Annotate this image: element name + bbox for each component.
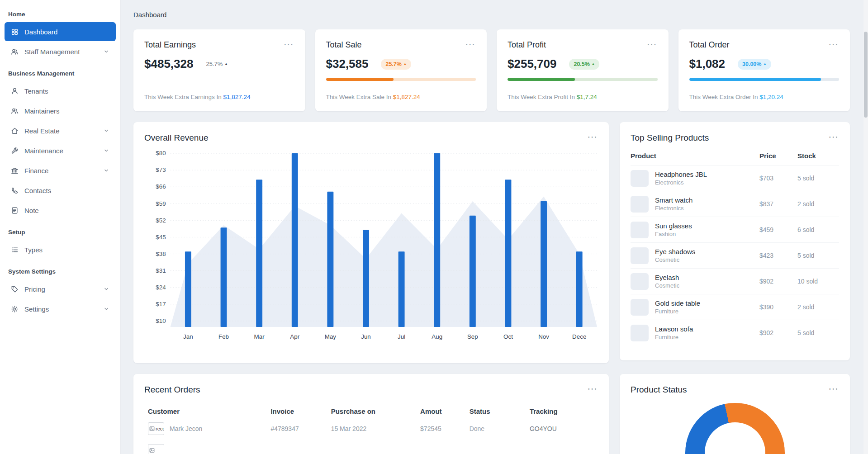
y-axis-tick: $66 [156,184,166,190]
x-axis-label: Jan [183,334,193,340]
x-axis-label: Mar [254,334,265,340]
chevron-down-icon [103,167,109,174]
orders-column-header: Amout [420,407,470,415]
scrollbar-thumb[interactable] [864,32,868,118]
revenue-bar-oct [505,180,512,327]
revenue-bar-jan [185,251,191,327]
types-icon [11,246,19,254]
stat-cards-row: Total Earnings⋯$485,32825.7% ▲This Week … [133,29,850,111]
orders-column-header: Status [470,407,530,415]
product-stock: 2 sold [797,200,839,208]
sidebar-item-staff-management[interactable]: Staff Management [5,42,116,61]
sidebar-item-label: Types [24,246,43,254]
more-menu-icon[interactable]: ⋯ [464,40,476,48]
sidebar-item-label: Note [24,207,39,214]
more-menu-icon[interactable]: ⋯ [827,133,839,141]
stat-badge: 20.5% ▲ [569,59,599,70]
broken-image-icon [149,426,155,431]
revenue-bar-jul [398,251,405,327]
more-menu-icon[interactable]: ⋯ [283,40,294,48]
image-alt-text: rece [156,426,164,431]
more-menu-icon[interactable]: ⋯ [586,133,598,141]
caret-up-icon: ▲ [591,62,595,66]
sidebar-item-label: Dashboard [24,28,57,36]
product-row-smart-watch: Smart watchElectronics$8372 sold [631,191,839,217]
y-axis-tick: $17 [156,301,166,307]
chevron-down-icon [103,128,109,134]
product-thumbnail [631,299,649,316]
bottom-row: Recent Orders ⋯ CustomerInvoicePusrchase… [133,374,850,454]
product-category: Electronics [655,205,693,212]
product-name: Headphones JBL [655,170,707,178]
scrollbar[interactable] [863,0,868,454]
product-status-title: Product Status [631,385,687,395]
revenue-bar-apr [292,153,298,327]
stat-progress-bar [508,78,658,81]
sidebar-section-title-setup: Setup [0,221,120,239]
y-axis-tick: $38 [156,251,166,257]
sidebar-item-maintenance[interactable]: Maintenance [5,141,116,160]
product-price: $459 [759,226,797,233]
product-row-eye-shadows: Eye shadowsCosmetic$4235 sold [631,242,839,268]
x-axis-label: Nov [538,334,549,340]
y-axis-tick: $45 [156,234,166,241]
sidebar-item-note[interactable]: Note [5,201,116,220]
product-name: Smart watch [655,196,693,204]
chevron-down-icon [103,147,109,154]
x-axis-label: Jun [361,334,371,340]
order-customer: Mark Jecon [170,425,202,432]
more-menu-icon[interactable]: ⋯ [646,40,658,48]
sidebar-item-label: Maintenance [24,147,63,155]
order-row [144,440,598,454]
more-menu-icon[interactable]: ⋯ [827,385,839,393]
sidebar-item-settings[interactable]: Settings [5,299,116,318]
product-name: Sun glasses [655,222,692,230]
chevron-down-icon [103,48,109,55]
more-menu-icon[interactable]: ⋯ [586,385,598,393]
stat-footer-amount: $1,7.24 [577,94,597,100]
main-content: Dashboard Total Earnings⋯$485,32825.7% ▲… [121,0,868,454]
stat-card-total-earnings: Total Earnings⋯$485,32825.7% ▲This Week … [133,29,305,111]
product-row-gold-side-table: Gold side tableFurniture$3902 sold [631,294,839,320]
product-stock: 5 sold [797,329,839,336]
x-axis-label: Feb [218,334,229,340]
sidebar-item-contacts[interactable]: Contacts [5,181,116,200]
stat-badge: 25.7% ▲ [381,59,411,70]
sidebar-item-tenants[interactable]: Tenants [5,81,116,100]
product-row-lawson-sofa: Lawson sofaFurniture$9025 sold [631,320,839,345]
home-icon [11,127,19,135]
sidebar-item-types[interactable]: Types [5,240,116,259]
sidebar-item-pricing[interactable]: Pricing [5,279,116,298]
sidebar-section-title-business-management: Business Management [0,62,120,80]
x-axis-label: Apr [290,334,300,340]
top-selling-title: Top Selling Products [631,133,709,143]
revenue-bar-sep [470,216,476,327]
sidebar-item-real-estate[interactable]: Real Estate [5,121,116,140]
order-tracking: GO4YOU [530,425,594,432]
stat-footer: This Week Extra Earnings In $1,827.24 [144,94,294,100]
x-axis-label: Sep [467,334,478,340]
product-category: Cosmetic [655,256,695,263]
revenue-bar-nov [541,201,547,327]
order-invoice: #4789347 [270,425,331,432]
product-row-headphones-jbl: Headphones JBLElectronics$7035 sold [631,165,839,191]
revenue-bar-feb [221,227,227,327]
stat-value: $1,082 [689,57,726,71]
people-icon [11,107,19,115]
product-thumbnail [631,222,649,238]
x-axis-label: Oct [503,334,513,340]
order-date: 15 Mar 2022 [331,425,420,432]
stat-card-title: Total Profit [508,40,546,50]
breadcrumb: Dashboard [133,11,850,19]
product-category: Furniture [655,334,693,340]
broken-image-icon [149,448,155,453]
revenue-chart: $80$73$66$59$52$45$38$31$24$17$10JanFebM… [144,147,598,346]
products-column-header: Price [759,152,797,160]
more-menu-icon[interactable]: ⋯ [827,40,839,48]
broken-image-placeholder: rece [148,422,164,435]
sidebar-item-dashboard[interactable]: Dashboard [5,22,116,41]
sidebar-item-maintainers[interactable]: Maintainers [5,101,116,120]
product-category: Cosmetic [655,282,679,289]
sidebar-item-finance[interactable]: Finance [5,161,116,180]
revenue-bar-aug [434,153,440,327]
